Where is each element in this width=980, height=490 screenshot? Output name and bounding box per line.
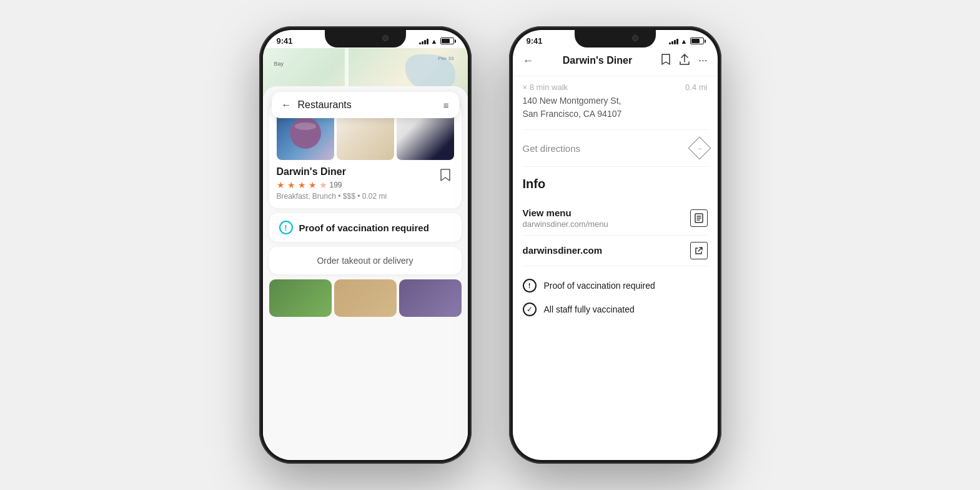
proof-required-icon: ! bbox=[523, 279, 537, 292]
address: 140 New Montgomery St, San Francisco, CA… bbox=[523, 94, 708, 130]
walk-info: × 8 min walk bbox=[523, 76, 568, 94]
all-vaccinated-icon: ✓ bbox=[523, 302, 537, 316]
status-icons: ▲ bbox=[419, 38, 454, 45]
proof-required-text: Proof of vaccination required bbox=[544, 281, 655, 291]
more-nav-icon[interactable]: ··· bbox=[698, 54, 707, 67]
notch bbox=[325, 30, 406, 48]
nav-actions: ··· bbox=[661, 53, 707, 68]
camera-2 bbox=[632, 35, 638, 41]
notch-2 bbox=[575, 30, 656, 48]
website-row[interactable]: darwinsdiner.com bbox=[523, 236, 708, 266]
map-label-pier: Pier 33 bbox=[438, 56, 453, 61]
vax-section: ! Proof of vaccination required ✓ All st… bbox=[523, 266, 708, 329]
star-1: ★ bbox=[277, 180, 285, 190]
bottom-thumbnails bbox=[269, 279, 462, 317]
detail-content: × 8 min walk 0.4 mi 140 New Montgomery S… bbox=[513, 76, 718, 460]
directions-label: Get directions bbox=[523, 143, 581, 154]
wifi-icon-2: ▲ bbox=[681, 38, 688, 45]
vax-alert-icon: ! bbox=[279, 221, 293, 234]
rating-stars: ★ ★ ★ ★ ★ 199 bbox=[277, 180, 387, 190]
star-2: ★ bbox=[287, 180, 295, 190]
star-5: ★ bbox=[319, 180, 327, 190]
restaurant-name: Darwin's Diner bbox=[277, 166, 387, 178]
review-count: 199 bbox=[330, 181, 342, 189]
restaurant-card[interactable]: Darwin's Diner ★ ★ ★ ★ ★ 199 Breakfast, … bbox=[269, 102, 462, 208]
camera bbox=[382, 35, 389, 41]
signal-icon-2 bbox=[669, 38, 678, 44]
thumb-1 bbox=[269, 279, 332, 317]
search-bar[interactable]: ← Restaurants ≡ bbox=[272, 92, 459, 118]
thumb-2 bbox=[334, 279, 397, 317]
all-vaccinated-text: All staff fully vaccinated bbox=[544, 304, 635, 314]
menu-icon bbox=[690, 209, 708, 227]
view-menu-row[interactable]: View menu darwinsdiner.com/menu bbox=[523, 201, 708, 236]
walk-distance: 0.4 mi bbox=[685, 76, 707, 94]
map-label-bay: Bay bbox=[274, 61, 284, 67]
thumb-3 bbox=[399, 279, 462, 317]
view-menu-url: darwinsdiner.com/menu bbox=[523, 219, 608, 229]
info-section-title: Info bbox=[523, 177, 708, 191]
battery-icon bbox=[440, 38, 454, 44]
signal-icon bbox=[419, 38, 428, 44]
detail-nav: ← Darwin's Diner ··· bbox=[513, 48, 718, 76]
phone-2: 9:41 ▲ ← Darwin's Diner bbox=[509, 26, 721, 464]
scene: 9:41 ▲ bbox=[234, 1, 746, 489]
phone-1: 9:41 ▲ bbox=[259, 26, 472, 464]
card-area: Darwin's Diner ★ ★ ★ ★ ★ 199 Breakfast, … bbox=[263, 86, 468, 460]
status-time: 9:41 bbox=[277, 36, 293, 46]
view-menu-label: View menu bbox=[523, 208, 608, 218]
nav-title: Darwin's Diner bbox=[563, 55, 632, 66]
order-button[interactable]: Order takeout or delivery bbox=[269, 247, 462, 274]
back-button[interactable]: ← bbox=[282, 99, 292, 111]
vaccination-notice: ! Proof of vaccination required bbox=[269, 213, 462, 242]
proof-required-row: ! Proof of vaccination required bbox=[523, 274, 708, 298]
bookmark-button[interactable] bbox=[437, 166, 454, 184]
directions-row[interactable]: Get directions → bbox=[523, 130, 708, 167]
star-3: ★ bbox=[298, 180, 306, 190]
wifi-icon: ▲ bbox=[431, 38, 438, 45]
nav-back-button[interactable]: ← bbox=[523, 54, 534, 68]
vax-notice-text: Proof of vaccination required bbox=[299, 222, 429, 233]
status-time-2: 9:41 bbox=[527, 36, 543, 46]
share-nav-icon[interactable] bbox=[680, 54, 690, 68]
directions-icon: → bbox=[688, 137, 711, 160]
external-link-icon bbox=[690, 242, 708, 259]
bowl-decoration bbox=[290, 118, 321, 149]
category-info: Breakfast, Brunch • $$$ • 0.02 mi bbox=[277, 192, 387, 201]
search-title: Restaurants bbox=[298, 99, 352, 111]
battery-icon-2 bbox=[690, 38, 704, 44]
status-icons-2: ▲ bbox=[669, 38, 704, 45]
all-vaccinated-row: ✓ All staff fully vaccinated bbox=[523, 298, 708, 321]
bookmark-nav-icon[interactable] bbox=[661, 53, 671, 68]
list-icon[interactable]: ≡ bbox=[443, 100, 449, 111]
star-4: ★ bbox=[309, 180, 317, 190]
info-section: Info View menu darwinsdiner.com/menu bbox=[523, 167, 708, 335]
website-label: darwinsdiner.com bbox=[523, 245, 603, 256]
